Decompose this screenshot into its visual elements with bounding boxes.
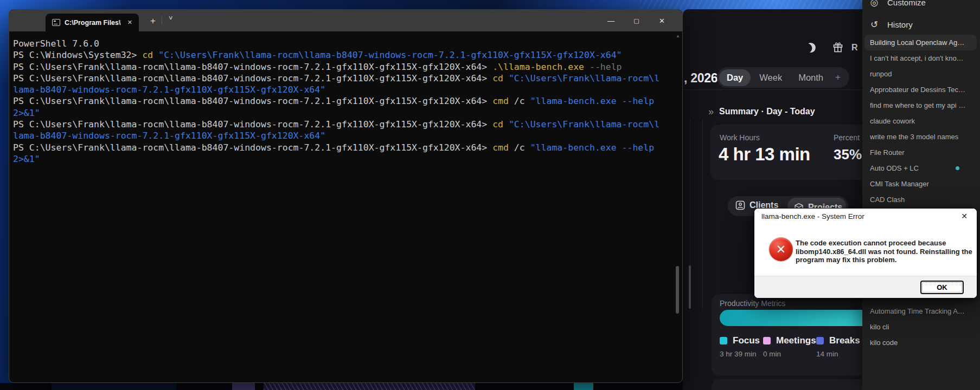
history-item[interactable]: claude cowork [862,113,980,129]
history-item[interactable]: I can't hit accept, i don't kno… [862,50,980,66]
scrollbar-thumb[interactable] [676,266,679,314]
sidebar-item-history[interactable]: ↺ History [862,17,980,31]
double-chevron-icon[interactable]: » [708,107,714,116]
history-item[interactable]: Building Local Openclaw Ag… [864,35,977,50]
history-item[interactable]: Approbateur de Dessins Tec… [862,82,980,98]
terminal-titlebar[interactable]: C:\Program Files\WindowsAp ✕ + ˅ — ▢ ✕ [9,10,682,31]
close-button[interactable]: ✕ [649,10,675,31]
legend-value: 0 min [763,350,816,358]
history-item-label: write me the 3 model names [870,133,958,141]
history-item-label: Auto ODS + LC [870,164,919,172]
dialog-message-line: program may fix this problem. [796,256,972,264]
dialog-message-line: libomp140.x86_64.dll was not found. Rein… [796,248,972,256]
history-item[interactable]: CAD Clash [862,192,980,207]
range-tab-month[interactable]: Month [791,69,831,86]
legend-value: 3 hr 39 min [720,350,760,358]
tab-dropdown-icon[interactable]: ˅ [164,13,177,23]
system-error-dialog: llama-bench.exe - System Error ✕ ✕ The c… [754,208,977,298]
command-prompt-icon [52,19,60,26]
summary-title: Summary · Day - Today [719,107,815,116]
partial-toolbar-text[interactable]: R [851,43,858,53]
history-item-label: kilo cli [870,323,889,331]
history-item[interactable]: CMI Task Manager [862,176,980,192]
work-hours-value: 4 hr 13 min [719,144,810,165]
terminal-line: PS C:\Users\Frank\llama-rocm\llama-b8407… [13,119,675,130]
summary-header: » Summary · Day - Today [708,107,815,116]
terminal-line: PS C:\Users\Frank\llama-rocm\llama-b8407… [13,61,675,73]
timeline-segment [574,383,593,390]
percent-value: 35% [834,146,862,163]
mini-scrollbar-thumb[interactable] [689,265,691,309]
timeline-segment [52,383,176,390]
scrollbar-up-arrow[interactable]: ▲ [676,34,680,38]
history-item-label: File Router [870,148,905,157]
timeline-segment [232,383,255,390]
history-list: Automating Time Tracking A…kilo clikilo … [862,303,980,350]
history-item-label: CAD Clash [870,196,905,204]
unread-dot [956,166,959,170]
legend-item: Meetings0 min [763,335,816,358]
history-item[interactable]: write me the 3 model names [862,129,980,145]
history-item-label: kilo code [870,339,898,347]
minimize-button[interactable]: — [598,10,624,31]
history-item-label: find me where to get my api … [870,101,965,109]
terminal-line: 2>&1" [13,153,675,165]
history-sidebar: ◎ Customize ↺ History Building Local Ope… [862,0,980,390]
titlebar-separator [162,16,162,25]
history-item[interactable]: kilo code [862,335,980,350]
history-item-label: Automating Time Tracking A… [870,307,965,315]
history-icon: ↺ [869,19,880,30]
chart-gridline [702,119,703,309]
legend-swatch [763,337,771,344]
terminal-line: PS C:\Users\Frank\llama-rocm\llama-b8407… [13,142,675,153]
history-item[interactable]: File Router [862,145,980,160]
percent-label: Percent [834,133,860,142]
range-tab-week[interactable]: Week [752,69,790,86]
legend-swatch [816,337,824,344]
dialog-footer: OK [754,276,977,298]
sidebar-item-customize[interactable]: ◎ Customize [862,0,980,9]
history-item-label: Approbateur de Dessins Tec… [870,86,965,94]
terminal-line: PS C:\Windows\System32> cd "C:\Users\Fra… [13,49,675,61]
history-item-label: I can't hit accept, i don't kno… [870,54,964,62]
timeline-strip [0,383,683,390]
terminal-tab[interactable]: C:\Program Files\WindowsAp ✕ [46,14,139,31]
terminal-line: PS C:\Users\Frank\llama-rocm\llama-b8407… [13,73,675,84]
legend-swatch [720,337,727,344]
dialog-close-icon[interactable]: ✕ [958,211,971,221]
terminal-line: 2>&1" [13,107,675,119]
terminal-line: lama-b8407-windows-rocm-7.2.1-gfx110X-gf… [13,130,675,141]
tab-close-icon[interactable]: ✕ [125,18,134,27]
dialog-message: The code execution cannot proceed becaus… [796,239,972,264]
range-tabs: DayWeekMonth+ [717,67,849,88]
dialog-body: ✕ The code execution cannot proceed beca… [754,224,977,277]
dialog-titlebar[interactable]: llama-bench.exe - System Error ✕ [754,209,977,224]
terminal-line: PS C:\Users\Frank\llama-rocm\llama-b8407… [13,95,675,107]
person-card-icon [735,200,745,210]
ok-button[interactable]: OK [920,281,964,294]
legend-label: Meetings [776,335,816,346]
customize-icon: ◎ [869,0,880,8]
customize-label: Customize [887,0,926,7]
history-item[interactable]: runpod [862,66,980,82]
history-item[interactable]: Auto ODS + LC [862,160,980,176]
history-item[interactable]: kilo cli [862,319,980,335]
terminal-output[interactable]: PowerShell 7.6.0PS C:\Windows\System32> … [9,31,682,382]
history-item[interactable]: find me where to get my api … [862,98,980,113]
error-icon: ✕ [769,237,793,261]
history-item-label: claude cowork [870,117,915,125]
terminal-line: lama-b8407-windows-rocm-7.2.1-gfx110X-gf… [13,84,675,95]
window-controls: — ▢ ✕ [598,10,675,31]
range-tab-day[interactable]: Day [719,69,751,86]
history-item[interactable]: Automating Time Tracking A… [862,303,980,319]
dialog-title: llama-bench.exe - System Error [761,212,864,220]
dark-mode-moon-icon[interactable] [805,42,817,54]
new-tab-button[interactable]: + [146,15,160,28]
legend-item: Focus3 hr 39 min [720,335,760,358]
dialog-message-line: The code execution cannot proceed becaus… [796,239,972,248]
maximize-button[interactable]: ▢ [624,10,649,31]
history-item-label: CMI Task Manager [870,180,929,188]
add-range-tab-button[interactable]: + [832,72,844,83]
gift-icon[interactable] [833,42,843,53]
terminal-tab-title: C:\Program Files\WindowsAp [65,19,121,27]
